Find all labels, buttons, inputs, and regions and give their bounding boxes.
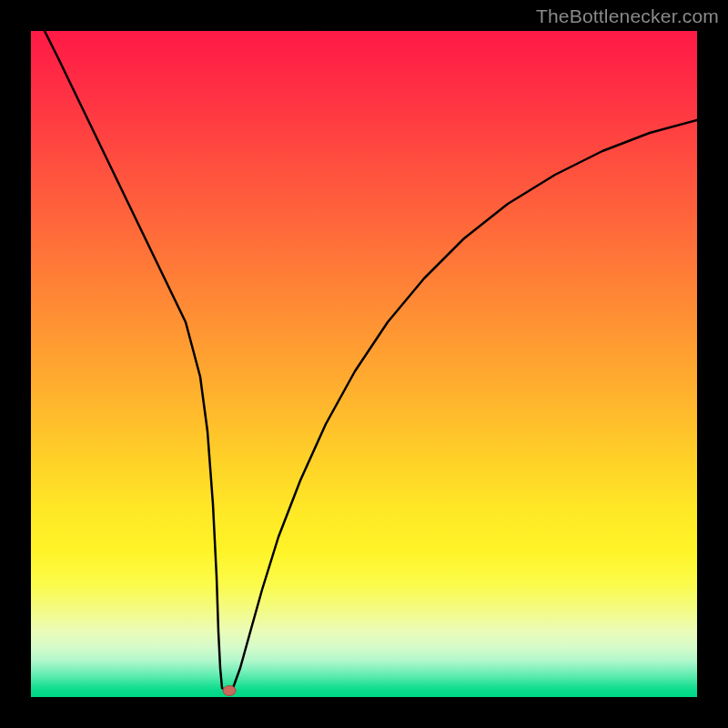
curve-svg [31, 31, 697, 697]
chart-frame: TheBottlenecker.com [0, 0, 728, 728]
watermark-text: TheBottlenecker.com [536, 5, 719, 27]
bottleneck-curve [31, 31, 697, 692]
plot-area [31, 31, 697, 697]
minimum-marker [223, 686, 236, 696]
